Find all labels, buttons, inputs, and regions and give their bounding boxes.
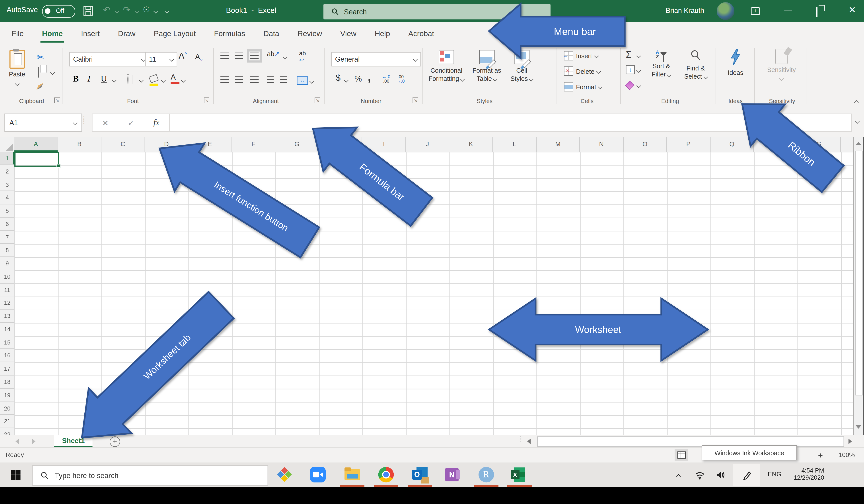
next-sheet-icon[interactable] xyxy=(32,439,35,444)
paste-button[interactable]: Paste xyxy=(9,50,25,87)
row-header-21[interactable]: 21 xyxy=(0,415,14,428)
clock[interactable]: 4:54 PM 12/29/2020 xyxy=(787,467,824,481)
column-header-D[interactable]: D xyxy=(145,137,188,152)
row-header-12[interactable]: 12 xyxy=(0,297,14,310)
touch-mode-icon[interactable]: ☉ xyxy=(143,5,150,14)
row-header-13[interactable]: 13 xyxy=(0,310,14,323)
font-color-dropdown-icon[interactable] xyxy=(181,78,185,83)
italic-button[interactable]: I xyxy=(87,74,91,84)
row-header-10[interactable]: 10 xyxy=(0,270,14,283)
column-header-N[interactable]: N xyxy=(580,137,623,152)
copy-icon[interactable] xyxy=(38,67,39,78)
row-header-15[interactable]: 15 xyxy=(0,336,14,349)
column-header-J[interactable]: J xyxy=(406,137,449,152)
align-middle-icon[interactable] xyxy=(235,53,243,59)
tab-scroll-splitter[interactable]: ⋮ xyxy=(517,437,524,441)
comma-icon[interactable]: , xyxy=(368,71,371,84)
expand-formula-bar-icon[interactable] xyxy=(855,119,860,124)
number-format-combo[interactable]: General xyxy=(331,52,421,67)
scroll-down-icon[interactable] xyxy=(856,425,861,429)
restore-button[interactable] xyxy=(816,7,817,17)
normal-view-button[interactable] xyxy=(675,449,688,461)
fill-color-dropdown-icon[interactable] xyxy=(161,78,166,83)
row-header-16[interactable]: 16 xyxy=(0,349,14,362)
scroll-left-icon[interactable] xyxy=(527,439,531,444)
decrease-decimal-icon[interactable]: .00→.0 xyxy=(397,75,405,84)
currency-dropdown-icon[interactable] xyxy=(344,78,348,83)
autosave-toggle[interactable]: Off xyxy=(42,5,75,18)
fill-icon[interactable]: ↓ xyxy=(626,65,635,74)
taskbar-search-box[interactable]: Type here to search xyxy=(32,465,268,486)
row-header-1[interactable]: 1 xyxy=(0,152,14,165)
enter-icon[interactable]: ✓ xyxy=(128,118,134,127)
vertical-scroll-thumb[interactable] xyxy=(855,151,863,395)
autosum-dropdown-icon[interactable] xyxy=(636,53,641,58)
tab-help[interactable]: Help xyxy=(373,24,392,43)
start-button[interactable] xyxy=(11,470,21,480)
row-header-22[interactable]: 22 xyxy=(0,428,14,435)
cut-icon[interactable]: ✂ xyxy=(37,52,45,63)
align-bottom-icon[interactable] xyxy=(250,53,259,59)
zoom-level[interactable]: 100% xyxy=(839,452,855,458)
sheet-tab-sheet1[interactable]: Sheet1 xyxy=(54,435,93,447)
number-dialog-launcher[interactable]: ↘ xyxy=(413,97,418,103)
file-explorer-icon[interactable] xyxy=(345,467,360,482)
underline-button[interactable]: U xyxy=(101,74,107,84)
vertical-scrollbar[interactable] xyxy=(854,137,864,435)
row-header-8[interactable]: 8 xyxy=(0,244,14,257)
language-indicator[interactable]: ENG xyxy=(768,471,781,477)
zoom-in-button[interactable]: + xyxy=(818,451,823,460)
qat-customize-icon[interactable] xyxy=(164,7,169,7)
zoom-app-icon[interactable] xyxy=(310,467,326,482)
insert-cells-button[interactable]: ← Insert xyxy=(564,51,598,60)
tab-draw[interactable]: Draw xyxy=(116,24,137,43)
outlook-icon[interactable]: O xyxy=(412,467,428,482)
autosum-icon[interactable]: Σ xyxy=(626,50,632,60)
column-header-L[interactable]: L xyxy=(493,137,536,152)
row-header-9[interactable]: 9 xyxy=(0,257,14,270)
column-header-H[interactable]: H xyxy=(319,137,362,152)
formula-input[interactable] xyxy=(169,113,852,132)
tab-file[interactable]: File xyxy=(10,24,25,43)
row-header-11[interactable]: 11 xyxy=(0,283,14,297)
decrease-font-icon[interactable]: Av xyxy=(195,52,203,62)
diamond-app-icon[interactable] xyxy=(277,467,292,482)
align-top-icon[interactable] xyxy=(220,53,229,59)
column-header-M[interactable]: M xyxy=(536,137,580,152)
redo-icon[interactable]: ↷ xyxy=(123,4,131,15)
tab-acrobat[interactable]: Acrobat xyxy=(407,24,436,43)
row-header-7[interactable]: 7 xyxy=(0,231,14,244)
column-header-I[interactable]: I xyxy=(362,137,406,152)
font-name-combo[interactable]: Calibri xyxy=(69,52,149,67)
fill-color-icon[interactable] xyxy=(149,74,158,84)
scroll-up-icon[interactable] xyxy=(856,142,861,145)
copy-dropdown-icon[interactable] xyxy=(50,70,55,75)
undo-icon[interactable]: ↶ xyxy=(103,4,110,15)
wrap-text-icon[interactable]: ab↩ xyxy=(299,50,306,64)
row-header-6[interactable]: 6 xyxy=(0,218,14,231)
save-icon[interactable] xyxy=(83,5,94,16)
onenote-icon[interactable]: N xyxy=(444,467,460,482)
ribbon-display-options-icon[interactable]: ↑ xyxy=(751,7,760,15)
borders-icon[interactable] xyxy=(128,74,129,85)
column-header-B[interactable]: B xyxy=(58,137,101,152)
tab-formulas[interactable]: Formulas xyxy=(212,24,247,43)
tab-review[interactable]: Review xyxy=(296,24,324,43)
align-right-icon[interactable] xyxy=(250,76,259,83)
worksheet-grid[interactable] xyxy=(14,152,853,435)
row-header-4[interactable]: 4 xyxy=(0,191,14,204)
format-painter-icon[interactable] xyxy=(37,83,43,90)
qat-customize-chevron-icon[interactable] xyxy=(164,9,169,13)
percent-icon[interactable]: % xyxy=(355,74,362,83)
tab-home[interactable]: Home xyxy=(40,24,64,43)
column-header-R[interactable]: R xyxy=(754,137,797,152)
sensitivity-button[interactable]: Sensitivity xyxy=(763,49,800,82)
sort-filter-button[interactable]: AZ Sort & Filter xyxy=(646,50,677,79)
orientation-dropdown-icon[interactable] xyxy=(283,55,288,59)
row-header-17[interactable]: 17 xyxy=(0,362,14,375)
redo-dropdown-icon[interactable] xyxy=(134,9,139,13)
increase-font-icon[interactable]: A^ xyxy=(178,51,187,62)
windows-ink-pen-icon[interactable] xyxy=(742,470,753,480)
row-header-14[interactable]: 14 xyxy=(0,323,14,336)
row-header-2[interactable]: 2 xyxy=(0,165,14,178)
